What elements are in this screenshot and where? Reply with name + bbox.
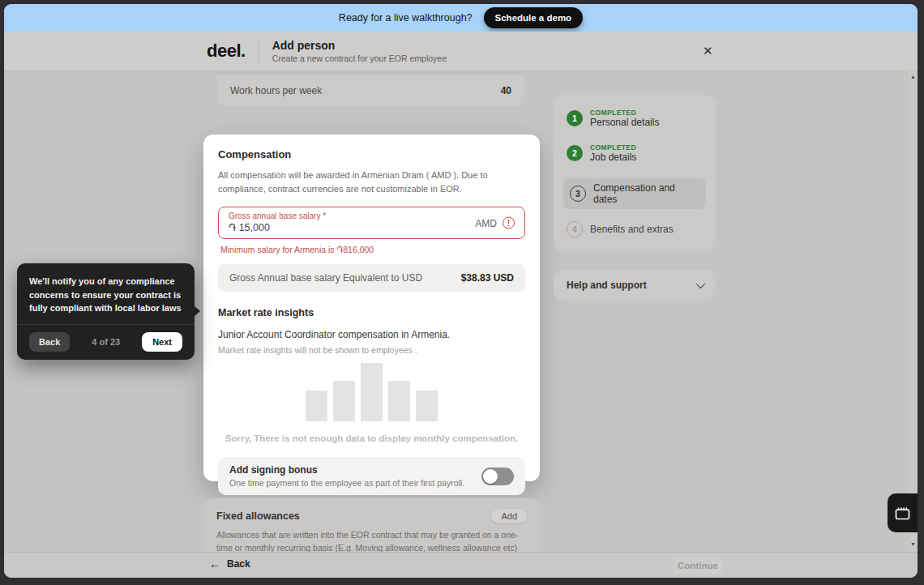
fixed-allowances-title: Fixed allowances <box>216 510 300 522</box>
step-4-label: Benefits and extras <box>590 224 674 235</box>
market-chart-placeholder <box>218 361 525 421</box>
gross-salary-value: ֏ 15,000 <box>229 222 515 234</box>
step-1-status: COMPLETED <box>590 109 659 117</box>
chevron-down-icon <box>696 280 705 288</box>
usd-equivalent-label: Gross Annual base salary Equivalent to U… <box>229 272 422 284</box>
gross-salary-label: Gross annual base salary * <box>229 211 515 220</box>
work-hours-value: 40 <box>501 85 511 96</box>
scroll-down-icon[interactable]: ▼ <box>909 540 918 549</box>
compensation-card: Compensation All compensation will be aw… <box>203 135 540 481</box>
chart-bar <box>361 363 383 421</box>
deel-logo: deel. <box>207 41 246 62</box>
signing-bonus-toggle[interactable] <box>481 468 514 485</box>
add-allowance-button[interactable]: Add <box>491 509 527 523</box>
step-benefits-and-extras[interactable]: 4 Benefits and extras <box>567 221 703 237</box>
continue-button[interactable]: Continue <box>673 557 723 574</box>
tour-tooltip: We'll notify you of any compliance conce… <box>17 263 195 360</box>
banner-text: Ready for a live walkthrough? <box>339 12 473 23</box>
page-title: Add person <box>272 39 447 52</box>
back-arrow-icon: ← <box>209 557 220 570</box>
fixed-allowances-header: Fixed allowances Add <box>216 509 527 523</box>
signing-bonus-description: One time payment to the employee as part… <box>229 478 464 488</box>
schedule-demo-button[interactable]: Schedule a demo <box>484 7 584 28</box>
step-2-label: Job details <box>590 152 636 163</box>
footer-bar: ← Back Continue <box>4 552 918 578</box>
back-button[interactable]: ← Back <box>209 557 250 570</box>
tour-back-button[interactable]: Back <box>29 332 70 352</box>
compensation-description: All compensation will be awarded in Arme… <box>218 169 518 196</box>
salary-field-suffix: AMD ! <box>475 217 515 229</box>
tooltip-footer: Back 4 of 23 Next <box>29 325 182 352</box>
currency-label: AMD <box>475 217 497 228</box>
step-job-details[interactable]: 2 COMPLETED Job details <box>567 143 703 163</box>
chart-bar <box>306 391 327 421</box>
chart-bar <box>388 381 410 421</box>
step-4-circle: 4 <box>567 221 583 237</box>
market-insights-title: Market rate insights <box>218 307 525 318</box>
deel-add-person-window: Ready for a live walkthrough? Schedule a… <box>4 4 918 578</box>
step-personal-details[interactable]: 1 COMPLETED Personal details <box>567 109 703 128</box>
fixed-allowances-section: Fixed allowances Add Allowances that are… <box>203 498 540 552</box>
work-hours-row: Work hours per week 40 <box>217 71 524 106</box>
page-subtitle: Create a new contract for your EOR emplo… <box>272 53 447 63</box>
fixed-allowances-description: Allowances that are written into the EOR… <box>216 529 527 552</box>
chart-bar <box>333 381 355 421</box>
calendar-icon <box>895 506 910 520</box>
toggle-knob <box>483 469 498 484</box>
help-and-support-label: Help and support <box>567 280 647 291</box>
header-titles: Add person Create a new contract for you… <box>272 39 447 63</box>
scroll-up-icon[interactable]: ▲ <box>909 73 918 81</box>
chart-bar <box>416 391 438 421</box>
minimum-salary-error: Minimum salary for Armenia is ֏816,000 <box>220 245 525 255</box>
tour-tooltip-text: We'll notify you of any compliance conce… <box>29 275 182 315</box>
market-insights-subtitle: Junior Account Coordinator compensation … <box>218 329 525 340</box>
gross-salary-input[interactable]: Gross annual base salary * ֏ 15,000 AMD … <box>218 207 525 239</box>
usd-equivalent-row: Gross Annual base salary Equivalent to U… <box>218 264 525 292</box>
warning-icon: ! <box>503 217 515 229</box>
no-data-message: Sorry, There is not enough data to displ… <box>218 433 525 443</box>
signing-bonus-row: Add signing bonus One time payment to th… <box>218 457 525 495</box>
back-button-label: Back <box>227 558 250 570</box>
main-content: Work hours per week 40 Compensation All … <box>4 71 918 552</box>
step-3-circle: 3 <box>570 186 586 202</box>
market-insights-note: Market rate insights will not be shown t… <box>218 345 525 355</box>
step-compensation-and-dates[interactable]: 3 Compensation and dates <box>563 178 706 209</box>
header-divider <box>259 40 259 62</box>
modal-header: deel. Add person Create a new contract f… <box>4 32 918 71</box>
tour-progress: 4 of 23 <box>92 337 120 347</box>
work-hours-label: Work hours per week <box>230 85 322 96</box>
vertical-scrollbar[interactable]: ▲ ▼ <box>909 71 918 552</box>
calendar-side-tab[interactable] <box>888 493 918 532</box>
compensation-title: Compensation <box>218 148 525 160</box>
step-2-status: COMPLETED <box>590 143 636 152</box>
help-and-support[interactable]: Help and support <box>554 270 716 301</box>
step-2-circle: 2 <box>567 145 583 161</box>
signing-bonus-text: Add signing bonus One time payment to th… <box>229 464 464 488</box>
walkthrough-banner: Ready for a live walkthrough? Schedule a… <box>4 4 918 32</box>
signing-bonus-title: Add signing bonus <box>229 464 464 476</box>
step-1-circle: 1 <box>567 110 583 126</box>
usd-equivalent-value: $38.83 USD <box>461 272 514 284</box>
progress-stepper: 1 COMPLETED Personal details 2 COMPLETED… <box>554 95 716 251</box>
close-icon[interactable]: ✕ <box>703 45 713 57</box>
step-1-label: Personal details <box>590 117 659 128</box>
step-3-label: Compensation and dates <box>593 182 699 205</box>
tour-next-button[interactable]: Next <box>142 332 182 352</box>
